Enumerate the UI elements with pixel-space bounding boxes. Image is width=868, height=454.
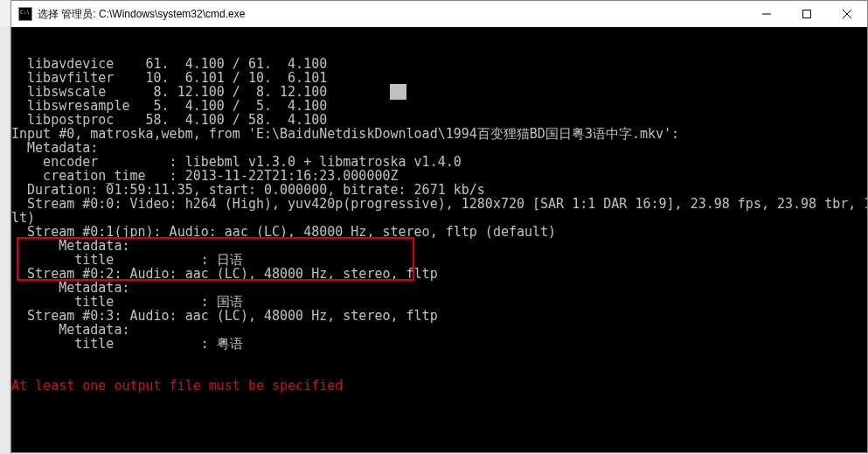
terminal-line: lt) bbox=[11, 211, 867, 225]
terminal-line: Stream #0:3: Audio: aac (LC), 48000 Hz, … bbox=[11, 309, 867, 323]
terminal-line: libpostproc 58. 4.100 / 58. 4.100 bbox=[11, 113, 867, 127]
terminal-output[interactable]: libavdevice 61. 4.100 / 61. 4.100 libavf… bbox=[11, 27, 867, 452]
terminal-line: creation_time : 2013-11-22T21:16:23.0000… bbox=[11, 169, 867, 183]
terminal-line: Metadata: bbox=[11, 141, 867, 155]
minimize-button[interactable] bbox=[746, 1, 787, 27]
terminal-line: Stream #0:0: Video: h264 (High), yuv420p… bbox=[11, 197, 867, 211]
terminal-line: Input #0, matroska,webm, from 'E:\BaiduN… bbox=[11, 127, 867, 141]
desktop-strip bbox=[0, 26, 10, 454]
maximize-button[interactable] bbox=[787, 1, 827, 27]
terminal-line: Metadata: bbox=[11, 239, 867, 253]
selection-block bbox=[390, 84, 406, 100]
terminal-line: Stream #0:2: Audio: aac (LC), 48000 Hz, … bbox=[11, 267, 867, 281]
close-button[interactable] bbox=[827, 1, 867, 27]
terminal-line: title : 国语 bbox=[11, 295, 867, 309]
terminal-line: title : 粤语 bbox=[11, 337, 867, 351]
cmd-icon bbox=[18, 7, 32, 21]
terminal-line: Metadata: bbox=[11, 323, 867, 337]
svg-rect-1 bbox=[803, 10, 811, 18]
terminal-line: encoder : libebml v1.3.0 + libmatroska v… bbox=[11, 155, 867, 169]
titlebar[interactable]: 选择 管理员: C:\Windows\system32\cmd.exe bbox=[11, 1, 867, 27]
cmd-window: 选择 管理员: C:\Windows\system32\cmd.exe liba… bbox=[10, 0, 868, 453]
window-title: 选择 管理员: C:\Windows\system32\cmd.exe bbox=[38, 7, 245, 22]
terminal-line: Metadata: bbox=[11, 281, 867, 295]
terminal-line: Duration: 01:59:11.35, start: 0.000000, … bbox=[11, 183, 867, 197]
terminal-line: libswscale 8. 12.100 / 8. 12.100 bbox=[11, 85, 867, 99]
blank-line bbox=[11, 421, 867, 435]
terminal-line: Stream #0:1(jpn): Audio: aac (LC), 48000… bbox=[11, 225, 867, 239]
terminal-line: libswresample 5. 4.100 / 5. 4.100 bbox=[11, 99, 867, 113]
terminal-line: libavfilter 10. 6.101 / 10. 6.101 bbox=[11, 71, 867, 85]
terminal-line: libavdevice 61. 4.100 / 61. 4.100 bbox=[11, 57, 867, 71]
terminal-line: title : 日语 bbox=[11, 253, 867, 267]
error-line: At least one output file must be specifi… bbox=[11, 379, 867, 393]
